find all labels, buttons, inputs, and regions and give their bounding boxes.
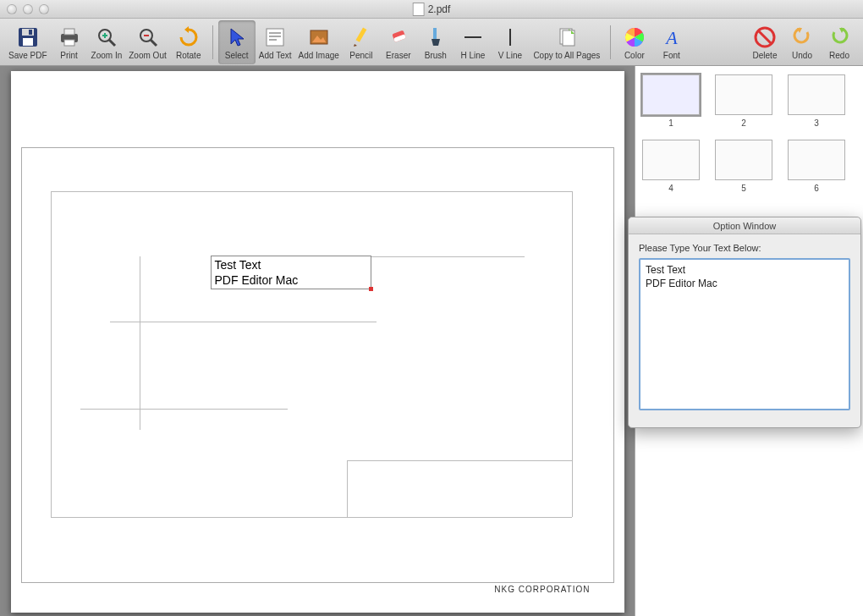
zoom-button[interactable] [39, 4, 49, 14]
corporation-label: NKG CORPORATION [494, 585, 590, 594]
svg-text:A: A [664, 27, 678, 48]
thumbnail-image [642, 140, 700, 180]
svg-rect-26 [433, 28, 437, 39]
option-window-title: Option Window [629, 217, 860, 234]
copy-all-icon [554, 25, 580, 50]
svg-marker-15 [231, 29, 244, 46]
svg-rect-6 [64, 40, 74, 46]
thumbnail-label: 1 [642, 118, 700, 128]
print-icon [57, 25, 82, 50]
svg-rect-5 [64, 29, 74, 35]
thumbnail-label: 4 [642, 184, 700, 193]
rotate-button[interactable]: Rotate [170, 20, 207, 64]
thumbnail-label: 3 [788, 118, 845, 128]
pencil-label: Pencil [349, 51, 372, 60]
delete-button[interactable]: Delete [746, 20, 783, 64]
window-title-text: 2.pdf [428, 3, 451, 15]
zoom-in-label: Zoom In [91, 51, 123, 60]
svg-rect-2 [23, 38, 33, 46]
svg-rect-22 [355, 27, 366, 41]
pdf-page[interactable]: NKG CORPORATION Test Text PDF Editor Mac [11, 71, 624, 613]
minimize-button[interactable] [23, 4, 33, 14]
svg-marker-14 [184, 26, 189, 33]
zoom-in-icon [94, 25, 119, 50]
pencil-button[interactable]: Pencil [343, 20, 380, 64]
option-prompt-label: Please Type Your Text Below: [639, 243, 850, 253]
print-label: Print [60, 51, 78, 60]
print-button[interactable]: Print [51, 20, 88, 64]
option-window[interactable]: Option Window Please Type Your Text Belo… [628, 217, 861, 428]
resize-handle[interactable] [369, 287, 373, 291]
font-icon: A [659, 25, 684, 50]
h-line-label: H Line [460, 51, 485, 60]
redo-label: Redo [829, 51, 849, 60]
thumbnail[interactable]: 4 [642, 140, 700, 193]
rotate-icon [176, 25, 201, 50]
option-text-input[interactable] [639, 258, 850, 410]
thumbnail[interactable]: 1 [642, 74, 700, 128]
font-button[interactable]: A Font [653, 20, 690, 64]
eraser-button[interactable]: Eraser [380, 20, 417, 64]
add-text-icon [262, 25, 288, 50]
undo-button[interactable]: Undo [783, 20, 821, 64]
color-icon [622, 25, 647, 50]
thumbnail-image [715, 74, 772, 115]
v-line-button[interactable]: V Line [492, 20, 529, 64]
v-line-label: V Line [498, 51, 522, 60]
eraser-icon [386, 25, 411, 50]
thumbnail-image [788, 140, 845, 180]
pencil-icon [349, 25, 374, 50]
copy-all-pages-button[interactable]: Copy to All Pages [529, 20, 605, 64]
thumbnail[interactable]: 2 [715, 74, 772, 128]
brush-button[interactable]: Brush [417, 20, 454, 64]
thumbnail-image [788, 74, 845, 115]
svg-rect-16 [267, 29, 283, 46]
thumbnail[interactable]: 3 [788, 74, 845, 128]
engineering-drawing [21, 147, 614, 583]
color-button[interactable]: Color [616, 20, 653, 64]
thumbnail[interactable]: 5 [715, 140, 772, 193]
close-button[interactable] [7, 4, 17, 14]
thumbnail-label: 2 [715, 118, 772, 128]
zoom-out-button[interactable]: Zoom Out [125, 20, 169, 64]
eraser-label: Eraser [386, 51, 410, 60]
redo-icon [827, 25, 852, 50]
copy-all-label: Copy to All Pages [533, 51, 600, 60]
titlebar: 2.pdf [0, 0, 863, 19]
save-label: Save PDF [8, 51, 47, 60]
add-image-icon [306, 25, 332, 50]
save-pdf-button[interactable]: Save PDF [5, 20, 51, 64]
thumbnail-label: 5 [715, 184, 772, 193]
toolbar-separator [212, 25, 213, 59]
zoom-in-button[interactable]: Zoom In [88, 20, 126, 64]
svg-marker-23 [354, 44, 357, 47]
select-label: Select [225, 51, 249, 60]
brush-icon [423, 25, 448, 50]
option-window-body: Please Type Your Text Below: [629, 234, 860, 421]
window-controls [7, 4, 49, 14]
thumbnail-label: 6 [788, 184, 845, 193]
canvas-area[interactable]: NKG CORPORATION Test Text PDF Editor Mac [0, 66, 635, 616]
redo-button[interactable]: Redo [821, 20, 858, 64]
thumbnail-image [642, 74, 700, 115]
toolbar: Save PDF Print Zoom In Zoom Out Rotate S… [0, 19, 863, 66]
window-title: 2.pdf [413, 3, 451, 16]
h-line-button[interactable]: H Line [454, 20, 492, 64]
zoom-out-label: Zoom Out [129, 51, 166, 60]
select-icon [224, 25, 250, 50]
save-icon [15, 25, 41, 50]
thumbnail-image [715, 140, 772, 180]
select-button[interactable]: Select [218, 20, 256, 64]
svg-line-36 [759, 31, 771, 43]
delete-icon [752, 25, 778, 50]
add-text-button[interactable]: Add Text [256, 20, 295, 64]
annotation-line2: PDF Editor Mac [215, 273, 367, 289]
undo-label: Undo [792, 51, 812, 60]
add-image-button[interactable]: Add Image [294, 20, 342, 64]
zoom-out-icon [135, 25, 161, 50]
text-annotation[interactable]: Test Text PDF Editor Mac [211, 256, 371, 289]
toolbar-separator [610, 25, 611, 59]
thumbnail[interactable]: 6 [788, 140, 845, 193]
annotation-line1: Test Text [215, 258, 367, 273]
document-icon [413, 3, 425, 16]
